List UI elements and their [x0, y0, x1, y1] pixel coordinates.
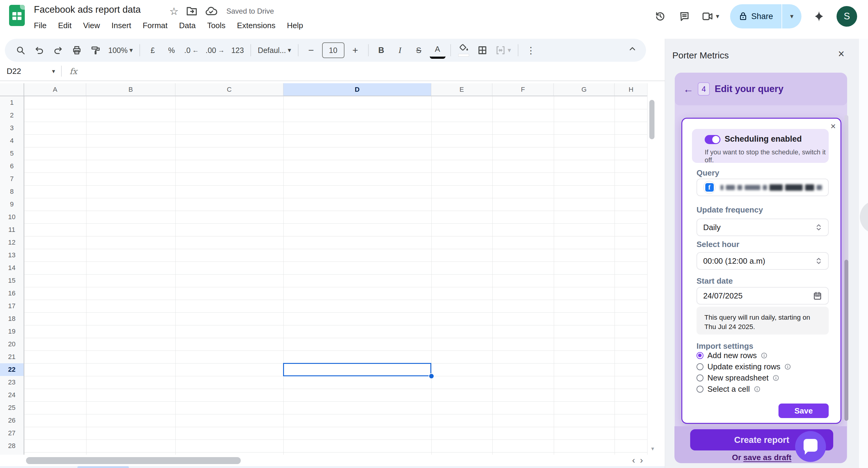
strikethrough-button[interactable]: S [411, 42, 427, 59]
increase-font-size-button[interactable]: + [347, 42, 363, 59]
modal-close-icon[interactable]: × [831, 121, 836, 131]
row-header-18[interactable]: 18 [0, 313, 24, 325]
row-header-19[interactable]: 19 [0, 325, 24, 338]
menu-file[interactable]: File [30, 19, 50, 32]
merge-cells-button[interactable]: ▾ [493, 42, 513, 59]
document-title[interactable]: Facebook ads report data [34, 4, 141, 15]
select-hour-select[interactable]: 00:00 (12:00 a.m) [696, 252, 829, 270]
save-button[interactable]: Save [778, 404, 829, 418]
row-header-29[interactable]: 29 [0, 452, 24, 455]
redo-button[interactable] [50, 42, 66, 59]
menu-data[interactable]: Data [176, 19, 199, 32]
format-percent-button[interactable]: % [164, 42, 179, 59]
font-select[interactable]: Defaul...▾ [256, 42, 293, 59]
row-header-11[interactable]: 11 [0, 224, 24, 236]
radio-circle[interactable] [696, 352, 704, 359]
row-header-7[interactable]: 7 [0, 173, 24, 185]
column-header-G[interactable]: G [554, 83, 615, 96]
row-header-14[interactable]: 14 [0, 262, 24, 274]
text-color-button[interactable]: A [430, 42, 445, 59]
menu-extensions[interactable]: Extensions [234, 19, 279, 32]
radio-option-add-new-rows[interactable]: Add new rows [696, 352, 791, 359]
row-header-15[interactable]: 15 [0, 274, 24, 287]
row-header-2[interactable]: 2 [0, 109, 24, 122]
column-header-C[interactable]: C [176, 83, 283, 96]
vertical-scrollbar[interactable]: ▼ [647, 83, 657, 455]
calendar-icon[interactable] [813, 291, 822, 300]
chevron-down-icon[interactable]: ▾ [52, 67, 55, 75]
saved-to-drive-icon[interactable] [205, 6, 217, 16]
select-all-corner[interactable] [0, 83, 24, 96]
column-header-A[interactable]: A [24, 83, 86, 96]
gemini-sparkle-icon[interactable] [812, 10, 826, 23]
share-dropdown-button[interactable]: ▾ [781, 4, 802, 28]
decrease-font-size-button[interactable]: − [303, 42, 319, 59]
row-header-20[interactable]: 20 [0, 338, 24, 351]
meet-button[interactable]: ▾ [702, 11, 719, 22]
horizontal-scrollbar-thumb[interactable] [26, 457, 241, 464]
radio-circle[interactable] [696, 386, 704, 392]
back-arrow-icon[interactable]: ← [683, 83, 693, 95]
sheets-logo-icon[interactable] [9, 5, 25, 26]
scroll-down-arrow-icon[interactable]: ▼ [650, 446, 655, 452]
chat-widget-button[interactable] [795, 431, 826, 462]
row-header-8[interactable]: 8 [0, 185, 24, 198]
search-icon[interactable] [13, 42, 28, 59]
column-header-D[interactable]: D [283, 83, 431, 96]
row-header-26[interactable]: 26 [0, 414, 24, 427]
column-header-H[interactable]: H [615, 83, 647, 96]
star-icon[interactable]: ☆ [169, 6, 179, 16]
menu-help[interactable]: Help [283, 19, 307, 32]
row-header-9[interactable]: 9 [0, 198, 24, 211]
row-header-28[interactable]: 28 [0, 440, 24, 452]
row-header-3[interactable]: 3 [0, 122, 24, 135]
panel-scrollbar-thumb[interactable] [844, 260, 848, 421]
info-icon[interactable] [784, 363, 791, 370]
column-header-E[interactable]: E [431, 83, 492, 96]
row-header-21[interactable]: 21 [0, 351, 24, 363]
row-header-13[interactable]: 13 [0, 249, 24, 262]
column-header-B[interactable]: B [86, 83, 176, 96]
radio-option-update-existing-rows[interactable]: Update existing rows [696, 363, 791, 370]
more-toolbar-button[interactable]: ⋮ [523, 42, 539, 59]
row-header-4[interactable]: 4 [0, 135, 24, 147]
menu-edit[interactable]: Edit [55, 19, 75, 32]
row-header-24[interactable]: 24 [0, 389, 24, 401]
start-date-input[interactable]: 24/07/2025 [696, 287, 829, 304]
column-header-F[interactable]: F [492, 83, 554, 96]
radio-option-select-a-cell[interactable]: Select a cell [696, 385, 791, 392]
save-as-draft-link[interactable]: save as draft [743, 453, 792, 462]
name-box[interactable]: D22 [0, 67, 52, 76]
info-icon[interactable] [754, 386, 761, 392]
row-header-25[interactable]: 25 [0, 401, 24, 414]
row-header-12[interactable]: 12 [0, 236, 24, 249]
row-header-27[interactable]: 27 [0, 427, 24, 440]
borders-button[interactable] [474, 42, 490, 59]
avatar[interactable]: S [837, 6, 857, 27]
scheduling-toggle[interactable] [705, 135, 720, 144]
print-button[interactable] [69, 42, 85, 59]
update-frequency-select[interactable]: Daily [696, 218, 829, 236]
row-header-23[interactable]: 23 [0, 376, 24, 389]
menu-format[interactable]: Format [139, 19, 171, 32]
font-size-input[interactable]: 10 [322, 42, 344, 58]
panel-close-button[interactable]: × [838, 49, 844, 59]
paint-format-button[interactable] [88, 42, 103, 59]
info-icon[interactable] [772, 375, 779, 381]
row-header-1[interactable]: 1 [0, 96, 24, 109]
collapse-toolbar-button[interactable] [628, 44, 637, 53]
increase-decimal-button[interactable]: .00→ [204, 42, 226, 59]
row-header-10[interactable]: 10 [0, 211, 24, 224]
scroll-right-arrow[interactable]: › [640, 455, 643, 465]
bold-button[interactable]: B [373, 42, 389, 59]
move-to-folder-icon[interactable] [186, 6, 197, 16]
query-input[interactable]: f [696, 179, 829, 196]
version-history-icon[interactable] [654, 10, 667, 23]
number-format-button[interactable]: 123 [229, 42, 246, 59]
fill-handle[interactable] [429, 373, 434, 379]
spreadsheet-grid[interactable]: ABCDEFGH12345678910111213141516171819202… [0, 83, 647, 455]
info-icon[interactable] [761, 352, 768, 359]
vertical-scrollbar-thumb[interactable] [649, 100, 654, 139]
row-header-16[interactable]: 16 [0, 287, 24, 300]
format-currency-button[interactable]: £ [145, 42, 161, 59]
